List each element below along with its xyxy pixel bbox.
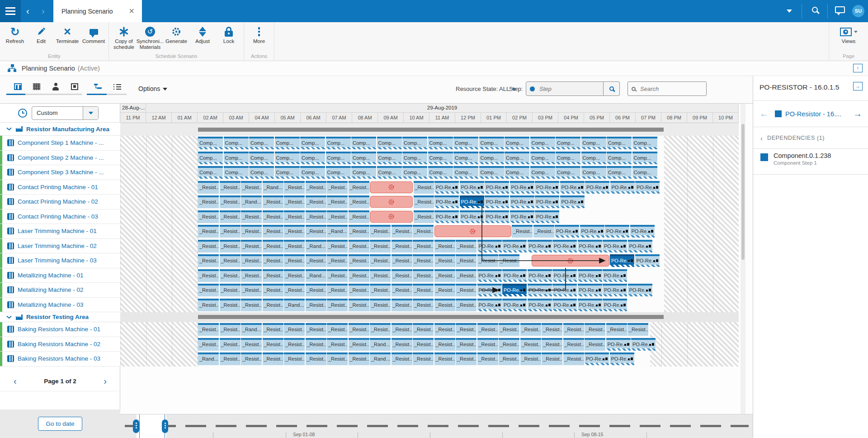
gantt-bar[interactable]: _Resist... (434, 240, 455, 252)
gantt-bar[interactable]: _Resist... (392, 225, 412, 238)
gantt-bar[interactable]: _Resist... (456, 299, 476, 311)
gantt-bar[interactable]: _Resist... (198, 323, 219, 336)
collapse-panel-icon[interactable]: ↑ (853, 64, 863, 72)
gantt-bar[interactable]: PO-Re... (510, 210, 534, 223)
gantt-bar[interactable]: Comp... (632, 166, 657, 179)
gantt-bar[interactable]: PO-Re... (477, 269, 502, 282)
gantt-bar[interactable]: _Resist... (198, 299, 219, 311)
gantt-bar[interactable]: _Resist... (413, 284, 434, 296)
resource-state-dropdown[interactable]: Resource State: ALL (456, 86, 516, 92)
gantt-bar[interactable]: Comp... (351, 166, 376, 179)
gantt-bar[interactable]: _Resist... (413, 323, 434, 336)
gantt-bar[interactable]: _Resist... (392, 254, 412, 267)
gantt-bar[interactable]: _Resist... (306, 254, 326, 267)
gantt-bar[interactable]: _Resist... (284, 338, 305, 351)
gantt-bar[interactable]: _Rand... (370, 338, 391, 351)
gantt-bar[interactable]: _Resist... (370, 323, 391, 336)
gantt-bar[interactable]: Comp... (428, 166, 453, 179)
gantt-bar[interactable]: PO-Re... (630, 225, 655, 238)
gantt-bar[interactable]: PO-Re... (628, 240, 652, 252)
gantt-bar[interactable]: PO-Re... (434, 181, 459, 194)
views-button[interactable]: Views (836, 23, 861, 52)
gantt-bar[interactable]: _Resist... (349, 323, 369, 336)
gantt-bar[interactable]: _Resist... (542, 352, 562, 365)
gantt-bar[interactable]: PO-Re... (485, 210, 509, 223)
gantt-bar[interactable]: PO-Re... (635, 254, 660, 267)
open-details-icon[interactable]: → (853, 82, 863, 90)
sidebar-item-laser-trimming-machine-03[interactable]: Laser Trimming Machine - 03 (0, 253, 120, 268)
gantt-bar[interactable]: Comp... (556, 166, 580, 179)
gantt-bar[interactable]: _Rand... (327, 225, 348, 238)
gantt-bar[interactable]: PO-Re... (631, 338, 656, 351)
gantt-bar[interactable]: _Resist... (542, 323, 562, 336)
gantt-bar[interactable]: PO-Re... (603, 269, 627, 282)
gantt-bar[interactable]: Comp... (505, 166, 529, 179)
gantt-bar[interactable]: _Resist... (477, 338, 498, 351)
sidebar-item-baking-resistors-machine-02[interactable]: Baking Resistors Machine - 02 (0, 337, 120, 352)
gantt-bar[interactable]: PO-Re... (535, 181, 559, 194)
gantt-bar[interactable]: _Resist... (499, 352, 519, 365)
gantt-bar[interactable]: _Resist... (370, 299, 391, 311)
gantt-bar[interactable]: _Resist... (349, 284, 369, 296)
gantt-bar[interactable]: _Resist... (241, 181, 262, 194)
gantt-bar[interactable]: _Resist... (327, 323, 348, 336)
gantt-bar[interactable]: _Resist... (585, 323, 605, 336)
gantt-bar[interactable]: _Resist... (499, 338, 519, 351)
list-mode-toggle[interactable] (113, 82, 122, 90)
gantt-bar[interactable]: _Resist... (198, 181, 219, 194)
chevron-left-icon[interactable]: ‹ (753, 134, 767, 142)
conflict-bar[interactable] (370, 181, 413, 193)
sidebar-group-resistor-testing-area[interactable]: Resistor Testing Area (0, 312, 120, 322)
gantt-bar[interactable]: PO-Re... (635, 181, 660, 194)
gantt-bar[interactable]: _Resist... (241, 338, 262, 351)
synchroni--button[interactable]: ↺Synchroni... Materials (137, 23, 163, 52)
gantt-bar[interactable]: _Resist... (263, 352, 283, 365)
sidebar-item-metallizing-machine-02[interactable]: Metallizing Machine - 02 (0, 283, 120, 298)
gantt-bar[interactable]: PO-Re... (477, 284, 502, 296)
gantt-bar[interactable]: _Rand... (263, 181, 283, 194)
gantt-bar[interactable]: Comp... (453, 152, 478, 164)
gantt-bar[interactable]: _Resist... (263, 269, 283, 282)
gantt-bar[interactable]: _Resist... (284, 254, 305, 267)
gantt-bar[interactable]: Comp... (428, 137, 453, 149)
gantt-bar[interactable]: Comp... (453, 166, 478, 179)
gantt-view-toggle[interactable] (13, 82, 22, 90)
gantt-bar[interactable]: _Resist... (370, 254, 391, 267)
gantt-bar[interactable]: _Resist... (434, 323, 455, 336)
gantt-bar[interactable]: Comp... (530, 152, 555, 164)
more-button[interactable]: More (246, 23, 272, 52)
gantt-bar[interactable]: _Resist... (327, 352, 348, 365)
grid-view-toggle[interactable] (32, 82, 41, 90)
gantt-bar[interactable]: _Resist... (413, 225, 434, 238)
gantt-bar[interactable]: Comp... (505, 152, 529, 164)
gantt-bar[interactable]: _Resist... (198, 269, 219, 282)
gantt-bar[interactable]: Comp... (198, 137, 223, 149)
gantt-bar[interactable]: _Resist... (349, 269, 369, 282)
lock-button[interactable]: Lock (216, 23, 241, 52)
gantt-bar[interactable]: _Resist... (327, 299, 348, 311)
gantt-bar[interactable]: _Resist... (477, 352, 498, 365)
gantt-bar[interactable]: _Resist... (477, 323, 498, 336)
gantt-bar[interactable]: Comp... (402, 152, 427, 164)
gantt-bar[interactable]: _Resist... (349, 195, 369, 208)
gantt-bar[interactable]: _Resist... (413, 254, 434, 267)
gantt-bar[interactable]: _Resist... (456, 240, 476, 252)
gantt-bar[interactable]: PO-Re... (578, 299, 602, 311)
terminate-button[interactable]: ×Terminate (55, 23, 80, 52)
prev-arrow-icon[interactable]: ← (753, 109, 775, 119)
gantt-bar[interactable]: _Resist... (327, 269, 348, 282)
gantt-bar[interactable]: _Resist... (370, 284, 391, 296)
gantt-bar[interactable]: PO-Re... (552, 284, 577, 296)
gantt-bar[interactable]: Comp... (326, 137, 351, 149)
gantt-bar[interactable]: _Resist... (198, 240, 219, 252)
sidebar-group-resistor-manufacturing-area[interactable]: Resistor Manufacturing Area (0, 123, 120, 136)
gantt-bar[interactable]: PO-Re... (485, 181, 509, 194)
gantt-bar[interactable]: _Rand... (241, 323, 262, 336)
gantt-bar[interactable]: _Resist... (220, 210, 241, 223)
nav-forward-icon[interactable]: › (42, 0, 45, 22)
gantt-bar[interactable]: PO-Re... (585, 352, 609, 365)
gantt-bar[interactable]: PO-Re... (502, 299, 527, 311)
gantt-bar[interactable]: _Resist... (306, 284, 326, 296)
gantt-bar[interactable]: _Resist... (284, 210, 305, 223)
gantt-bar[interactable]: _Resist... (241, 225, 262, 238)
